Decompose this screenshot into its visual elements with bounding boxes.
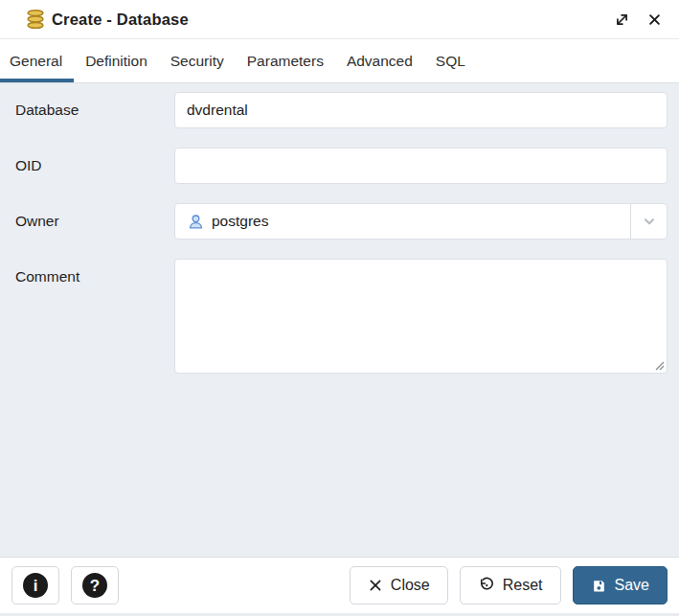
owner-dropdown-toggle <box>630 204 667 239</box>
tab-security[interactable]: Security <box>159 39 236 82</box>
database-row: Database <box>15 92 668 128</box>
dialog-tabbar: General Definition Security Parameters A… <box>0 39 679 83</box>
tab-parameters[interactable]: Parameters <box>236 39 335 82</box>
database-icon <box>25 9 46 30</box>
comment-textarea[interactable] <box>174 259 668 374</box>
oid-label: OID <box>15 148 174 184</box>
owner-select[interactable]: postgres <box>174 203 668 240</box>
info-icon: i <box>23 573 48 598</box>
save-button[interactable]: Save <box>573 566 668 605</box>
chevron-down-icon <box>642 214 657 229</box>
close-button-label: Close <box>391 577 430 594</box>
undo-icon <box>478 577 495 594</box>
tab-general[interactable]: General <box>0 39 74 82</box>
comment-label: Comment <box>15 259 174 295</box>
owner-label: Owner <box>15 203 174 240</box>
tab-sql[interactable]: SQL <box>424 39 477 82</box>
floppy-disk-icon <box>591 578 607 594</box>
tab-advanced[interactable]: Advanced <box>335 39 424 82</box>
database-name-input[interactable] <box>174 92 668 128</box>
help-button[interactable]: ? <box>71 566 119 605</box>
owner-row: Owner postgres <box>15 203 668 240</box>
x-icon <box>368 578 383 593</box>
close-icon <box>647 12 662 27</box>
maximize-icon <box>614 11 630 28</box>
save-button-label: Save <box>615 577 649 594</box>
reset-button-label: Reset <box>503 577 543 594</box>
close-dialog-button[interactable] <box>645 11 664 29</box>
info-button[interactable]: i <box>11 566 59 605</box>
maximize-button[interactable] <box>612 10 632 30</box>
database-label: Database <box>15 92 174 128</box>
general-tab-panel: Database OID Owner postgres <box>0 83 679 557</box>
owner-selected-value: postgres <box>212 213 268 230</box>
oid-input[interactable] <box>174 148 668 184</box>
reset-button[interactable]: Reset <box>460 566 561 605</box>
oid-row: OID <box>15 148 668 184</box>
user-icon <box>187 213 205 231</box>
dialog-titlebar: Create - Database <box>0 0 679 39</box>
dialog-footer: i ? Close Reset <box>0 557 679 613</box>
tab-definition[interactable]: Definition <box>74 39 159 82</box>
create-database-dialog: Create - Database General Definition Sec… <box>0 0 679 616</box>
dialog-title: Create - Database <box>52 11 189 29</box>
close-button[interactable]: Close <box>350 566 448 605</box>
help-icon: ? <box>82 573 107 598</box>
comment-row: Comment <box>15 259 668 374</box>
